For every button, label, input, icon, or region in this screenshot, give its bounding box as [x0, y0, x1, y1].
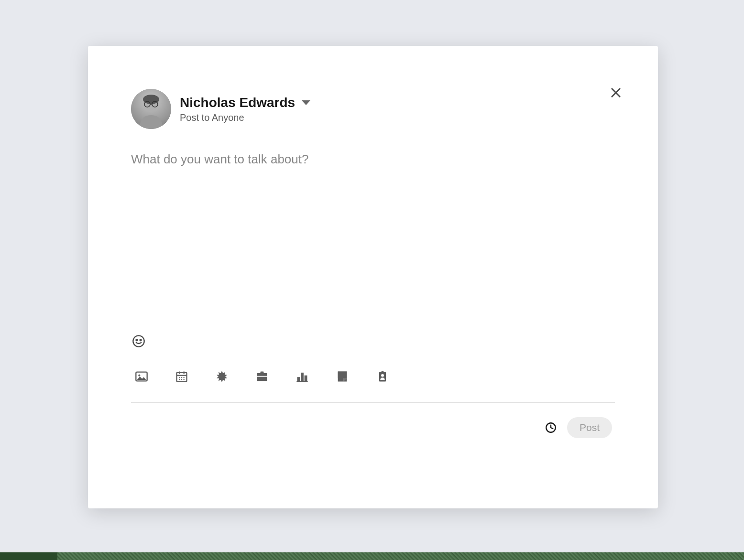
profile-row: Nicholas Edwards Post to Anyone [131, 89, 615, 129]
add-image-button[interactable] [134, 369, 149, 384]
svg-rect-25 [305, 376, 307, 382]
post-button[interactable]: Post [567, 417, 612, 438]
svg-point-9 [136, 339, 138, 341]
add-celebrate-button[interactable] [214, 369, 230, 384]
svg-rect-13 [177, 373, 187, 382]
profile-text: Nicholas Edwards Post to Anyone [180, 95, 310, 123]
svg-point-20 [179, 379, 180, 380]
svg-point-8 [133, 335, 144, 346]
close-icon [609, 86, 623, 99]
smiley-icon [132, 334, 145, 348]
svg-rect-23 [297, 377, 300, 381]
svg-point-21 [181, 379, 182, 380]
close-button[interactable] [607, 84, 624, 101]
svg-point-19 [184, 377, 185, 378]
svg-point-10 [140, 339, 142, 341]
add-job-button[interactable] [254, 369, 270, 384]
svg-rect-24 [301, 373, 304, 382]
svg-point-18 [181, 377, 182, 378]
user-name: Nicholas Edwards [180, 95, 295, 110]
author-selector[interactable]: Nicholas Edwards [180, 95, 310, 110]
schedule-button[interactable] [543, 420, 558, 435]
add-event-button[interactable] [174, 369, 189, 384]
avatar-image [131, 89, 171, 129]
attachment-row [131, 369, 615, 403]
add-poll-button[interactable] [295, 369, 310, 384]
svg-point-28 [381, 374, 384, 377]
avatar[interactable] [131, 89, 171, 129]
image-icon [135, 370, 148, 383]
compose-post-modal: Nicholas Edwards Post to Anyone What do … [88, 46, 658, 508]
footer-row: Post [131, 417, 615, 438]
post-composer[interactable]: What do you want to talk about? [131, 152, 615, 329]
briefcase-icon [255, 370, 269, 383]
composer-placeholder: What do you want to talk about? [131, 152, 615, 167]
svg-point-4 [143, 95, 159, 104]
document-icon [336, 370, 349, 383]
chevron-down-icon [302, 100, 310, 105]
add-document-button[interactable] [335, 369, 350, 384]
bottom-decoration [0, 552, 744, 560]
person-badge-icon [376, 370, 389, 383]
visibility-label[interactable]: Post to Anyone [180, 112, 310, 123]
starburst-icon [215, 370, 229, 383]
add-expert-button[interactable] [375, 369, 390, 384]
emoji-row [131, 334, 615, 350]
svg-point-22 [184, 379, 185, 380]
svg-rect-26 [296, 381, 307, 382]
svg-point-17 [179, 377, 180, 378]
svg-point-12 [138, 375, 140, 377]
clock-icon [545, 421, 557, 434]
calendar-icon [175, 370, 188, 383]
bar-chart-icon [295, 370, 309, 383]
emoji-button[interactable] [131, 334, 146, 349]
